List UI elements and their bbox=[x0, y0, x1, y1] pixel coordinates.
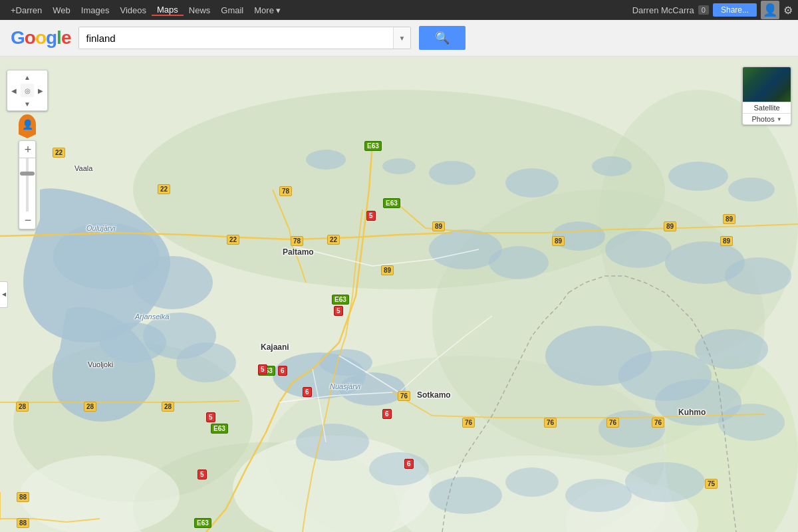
svg-point-11 bbox=[20, 456, 180, 532]
svg-point-26 bbox=[668, 162, 728, 191]
search-icon: 🔍 bbox=[435, 31, 450, 45]
road-label-76: 76 bbox=[652, 418, 664, 428]
search-button[interactable]: 🔍 bbox=[419, 26, 466, 50]
zoom-out-button[interactable]: − bbox=[19, 211, 36, 229]
satellite-label[interactable]: Satellite bbox=[743, 102, 791, 113]
svg-point-22 bbox=[382, 158, 416, 174]
place-label-kajaani: Kajaani bbox=[261, 342, 289, 352]
road-label-76: 76 bbox=[398, 391, 410, 401]
search-box: ▼ bbox=[78, 27, 411, 49]
nav-gmail[interactable]: Gmail bbox=[215, 5, 249, 15]
edge-collapse-tab[interactable]: ◀ bbox=[0, 281, 8, 308]
road-label-28: 28 bbox=[84, 402, 96, 412]
notification-badge[interactable]: 0 bbox=[698, 5, 709, 15]
pan-down-button[interactable]: ▼ bbox=[21, 97, 34, 110]
photos-chevron: ▼ bbox=[777, 116, 782, 122]
place-label-paltamo: Paltamo bbox=[283, 247, 314, 257]
road-label-89: 89 bbox=[720, 236, 733, 246]
search-dropdown-button[interactable]: ▼ bbox=[393, 27, 411, 49]
road-label-22: 22 bbox=[158, 184, 170, 194]
logo-o1: o bbox=[25, 27, 35, 48]
svg-point-5 bbox=[598, 90, 798, 356]
pan-left-button[interactable]: ◀ bbox=[7, 84, 21, 97]
svg-point-42 bbox=[429, 477, 502, 514]
place-label-vuoljoki: Vuoljoki bbox=[88, 360, 113, 368]
logo-e: e bbox=[61, 27, 71, 48]
pan-btn-empty-tl bbox=[7, 70, 21, 84]
nav-web[interactable]: Web bbox=[47, 5, 76, 15]
place-label-nuasjärvi: Nuasjärvi bbox=[330, 382, 360, 390]
pan-up-button[interactable]: ▲ bbox=[21, 70, 34, 84]
svg-point-45 bbox=[625, 462, 705, 502]
nav-right: Darren McCarra 0 Share... 👤 ⚙ bbox=[632, 1, 793, 19]
nav-darren[interactable]: +Darren bbox=[5, 5, 47, 15]
svg-point-25 bbox=[592, 156, 632, 176]
svg-point-29 bbox=[489, 246, 549, 279]
road-label-89: 89 bbox=[723, 214, 735, 224]
svg-point-44 bbox=[565, 479, 632, 512]
share-button[interactable]: Share... bbox=[713, 3, 757, 17]
road-label-89: 89 bbox=[381, 265, 394, 275]
road-label-89: 89 bbox=[552, 236, 565, 246]
place-label-vaala: Vaala bbox=[74, 164, 92, 172]
svg-point-41 bbox=[369, 452, 429, 485]
pan-btn-empty-br bbox=[34, 97, 47, 110]
logo-l: l bbox=[57, 27, 61, 48]
road-label-22: 22 bbox=[53, 148, 65, 158]
logo-g: G bbox=[11, 27, 25, 48]
road-label-6: 6 bbox=[404, 459, 414, 469]
map-container[interactable]: E63E63E63E63E63E632222222278788989898989… bbox=[0, 57, 798, 532]
road-label-88: 88 bbox=[17, 492, 29, 502]
road-label-88: 88 bbox=[17, 518, 29, 528]
searchbar: Google ▼ 🔍 bbox=[0, 20, 798, 57]
nav-news[interactable]: News bbox=[184, 5, 216, 15]
pegman[interactable]: 👤 bbox=[19, 114, 36, 134]
place-label-sotkamo: Sotkamo bbox=[417, 390, 451, 400]
road-label-6: 6 bbox=[382, 409, 392, 419]
svg-point-21 bbox=[306, 150, 346, 170]
satellite-thumbnail[interactable] bbox=[743, 67, 791, 102]
search-input[interactable] bbox=[79, 27, 392, 49]
road-label-6: 6 bbox=[278, 366, 287, 376]
svg-point-14 bbox=[133, 256, 213, 309]
pan-control: ▲ ◀ ◎ ▶ ▼ bbox=[7, 70, 48, 111]
svg-point-23 bbox=[429, 161, 475, 185]
svg-point-39 bbox=[718, 404, 785, 441]
place-label-arjanselkä: Arjanselkä bbox=[135, 313, 169, 321]
road-label-5: 5 bbox=[366, 211, 376, 221]
settings-icon[interactable]: ⚙ bbox=[783, 4, 793, 17]
pan-center[interactable]: ◎ bbox=[21, 84, 34, 97]
road-label-E63: E63 bbox=[383, 198, 400, 208]
nav-more[interactable]: More ▾ bbox=[249, 5, 286, 15]
road-label-E63: E63 bbox=[194, 518, 211, 528]
road-label-22: 22 bbox=[227, 235, 239, 245]
nav-maps[interactable]: Maps bbox=[152, 5, 184, 16]
road-label-E63: E63 bbox=[332, 295, 349, 305]
pan-btn-empty-bl bbox=[7, 97, 21, 110]
avatar[interactable]: 👤 bbox=[761, 1, 779, 19]
zoom-in-button[interactable]: + bbox=[19, 141, 36, 158]
svg-point-36 bbox=[695, 329, 768, 369]
road-label-E63: E63 bbox=[364, 141, 382, 151]
nav-videos[interactable]: Videos bbox=[114, 5, 152, 15]
logo-o2: o bbox=[35, 27, 46, 48]
nav-images[interactable]: Images bbox=[76, 5, 115, 15]
user-name: Darren McCarra bbox=[632, 5, 694, 15]
zoom-control: + − bbox=[19, 140, 36, 229]
google-logo[interactable]: Google bbox=[11, 27, 70, 49]
pan-right-button[interactable]: ▶ bbox=[34, 84, 47, 97]
svg-point-38 bbox=[598, 410, 665, 448]
topbar: +Darren Web Images Videos Maps News Gmai… bbox=[0, 0, 798, 20]
svg-point-17 bbox=[176, 342, 236, 382]
photos-label[interactable]: Photos ▼ bbox=[743, 113, 791, 124]
road-label-76: 76 bbox=[462, 418, 475, 428]
pan-btn-empty-tr bbox=[34, 70, 47, 84]
road-label-22: 22 bbox=[327, 235, 340, 245]
place-label-oulujärvi: Oulujärvi bbox=[86, 224, 115, 232]
road-label-5: 5 bbox=[258, 364, 267, 374]
place-label-kuhmo: Kuhmo bbox=[678, 408, 706, 417]
svg-point-27 bbox=[728, 178, 775, 201]
road-label-89: 89 bbox=[664, 221, 676, 231]
map-canvas bbox=[0, 57, 798, 532]
road-label-78: 78 bbox=[291, 236, 303, 246]
